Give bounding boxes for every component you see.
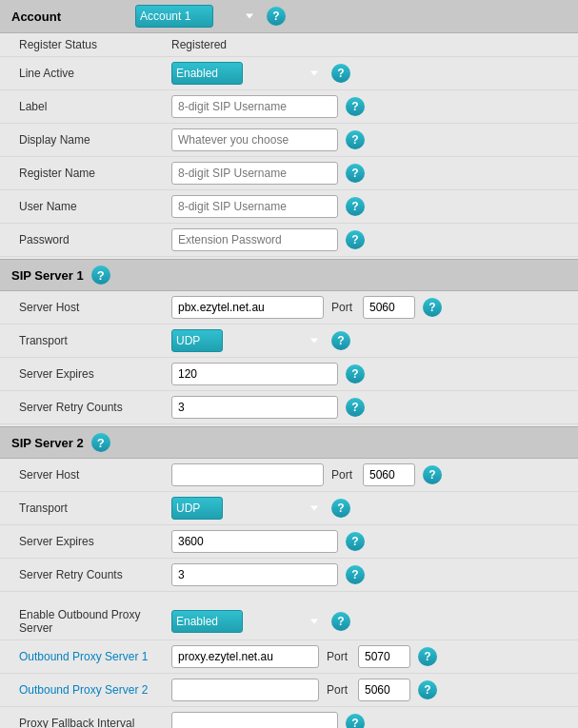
label-input[interactable] xyxy=(171,95,338,118)
account-select-wrapper[interactable]: Account 1 Account 2 Account 3 xyxy=(135,5,259,28)
sip1-expires-control: ? xyxy=(171,363,559,385)
fallback-label: Proxy Fallback Interval xyxy=(19,717,171,728)
sip2-expires-help-icon[interactable]: ? xyxy=(346,532,365,551)
password-control: ? xyxy=(171,228,559,251)
line-active-control: Enabled Disabled ? xyxy=(171,62,559,85)
proxy2-help-icon[interactable]: ? xyxy=(418,680,437,699)
sip1-server-host-row: Server Host Port ? xyxy=(0,291,578,325)
user-name-help-icon[interactable]: ? xyxy=(346,197,365,216)
enable-proxy-control: Enabled Disabled ? xyxy=(171,610,559,633)
sip2-server-host-row: Server Host Port ? xyxy=(0,459,578,492)
sip1-expires-row: Server Expires ? xyxy=(0,358,578,391)
proxy2-row: Outbound Proxy Server 2 Port ? xyxy=(0,674,578,707)
sip2-transport-help-icon[interactable]: ? xyxy=(331,499,350,518)
account-select[interactable]: Account 1 Account 2 Account 3 xyxy=(135,5,213,28)
proxy2-input[interactable] xyxy=(171,679,319,701)
sip2-server-host-help-icon[interactable]: ? xyxy=(423,465,442,484)
user-name-control: ? xyxy=(171,195,559,218)
proxy1-label: Outbound Proxy Server 1 xyxy=(19,650,171,663)
sip1-expires-input[interactable] xyxy=(171,363,338,385)
register-name-help-icon[interactable]: ? xyxy=(346,164,365,183)
fallback-row: Proxy Fallback Interval ? xyxy=(0,707,578,728)
line-active-help-icon[interactable]: ? xyxy=(331,64,350,83)
sip1-transport-help-icon[interactable]: ? xyxy=(331,331,350,350)
user-name-input[interactable] xyxy=(171,195,338,218)
user-name-label: User Name xyxy=(19,200,171,213)
sip1-port-input[interactable] xyxy=(363,296,415,319)
sip1-server-host-input[interactable] xyxy=(171,296,324,319)
sip2-transport-control: UDP TCP TLS ? xyxy=(171,497,559,520)
register-status-control: Registered xyxy=(171,38,559,51)
display-name-control: ? xyxy=(171,128,559,151)
user-name-row: User Name ? xyxy=(0,190,578,224)
spacer xyxy=(0,592,578,603)
sip2-expires-control: ? xyxy=(171,530,559,553)
sip1-help-icon[interactable]: ? xyxy=(91,266,110,285)
fallback-help-icon[interactable]: ? xyxy=(346,714,365,728)
register-name-input[interactable] xyxy=(171,162,338,185)
sip2-help-icon[interactable]: ? xyxy=(91,433,110,452)
line-active-label: Line Active xyxy=(19,67,171,80)
account-help-icon[interactable]: ? xyxy=(267,7,286,26)
sip1-title: SIP Server 1 xyxy=(11,268,84,283)
line-active-select-wrapper[interactable]: Enabled Disabled xyxy=(171,62,324,85)
sip2-port-input[interactable] xyxy=(363,463,415,486)
sip2-transport-select-wrapper[interactable]: UDP TCP TLS xyxy=(171,497,324,520)
label-control: ? xyxy=(171,95,559,118)
register-name-control: ? xyxy=(171,162,559,185)
proxy2-port-label: Port xyxy=(327,683,348,697)
enable-proxy-help-icon[interactable]: ? xyxy=(331,612,350,631)
sip2-retry-help-icon[interactable]: ? xyxy=(346,565,365,584)
display-name-label: Display Name xyxy=(19,133,171,147)
sip1-transport-control: UDP TCP TLS ? xyxy=(171,329,559,352)
display-name-input[interactable] xyxy=(171,128,338,151)
sip1-section-header: SIP Server 1 ? xyxy=(0,259,578,291)
password-help-icon[interactable]: ? xyxy=(346,230,365,249)
display-name-help-icon[interactable]: ? xyxy=(346,130,365,149)
register-status-label: Register Status xyxy=(19,38,171,51)
sip2-port-label: Port xyxy=(331,468,352,482)
fallback-input[interactable] xyxy=(171,712,338,728)
proxy2-port-input[interactable] xyxy=(358,679,410,701)
enable-proxy-select-wrapper[interactable]: Enabled Disabled xyxy=(171,610,324,633)
line-active-select[interactable]: Enabled Disabled xyxy=(171,62,243,85)
sip2-transport-select[interactable]: UDP TCP TLS xyxy=(171,497,223,520)
sip2-server-host-label: Server Host xyxy=(19,468,171,482)
register-name-row: Register Name ? xyxy=(0,157,578,190)
sip1-retry-control: ? xyxy=(171,396,559,419)
sip1-server-host-help-icon[interactable]: ? xyxy=(423,298,442,317)
proxy2-label: Outbound Proxy Server 2 xyxy=(19,683,171,697)
enable-proxy-label: Enable Outbound Proxy Server xyxy=(19,608,171,635)
proxy1-input[interactable] xyxy=(171,645,319,668)
proxy2-control: Port ? xyxy=(171,679,559,701)
register-status-row: Register Status Registered xyxy=(0,33,578,57)
sip2-retry-label: Server Retry Counts xyxy=(19,568,171,581)
register-name-label: Register Name xyxy=(19,167,171,180)
sip2-retry-input[interactable] xyxy=(171,563,338,586)
proxy1-row: Outbound Proxy Server 1 Port ? xyxy=(0,640,578,674)
proxy1-port-input[interactable] xyxy=(358,645,410,668)
sip1-transport-select[interactable]: UDP TCP TLS xyxy=(171,329,223,352)
sip2-server-host-input[interactable] xyxy=(171,463,324,486)
enable-proxy-select[interactable]: Enabled Disabled xyxy=(171,610,243,633)
proxy1-port-label: Port xyxy=(327,650,348,663)
sip1-retry-help-icon[interactable]: ? xyxy=(346,398,365,417)
fallback-control: ? xyxy=(171,712,559,728)
sip2-server-host-control: Port ? xyxy=(171,463,559,486)
sip2-title: SIP Server 2 xyxy=(11,436,84,450)
sip1-expires-help-icon[interactable]: ? xyxy=(346,364,365,384)
proxy1-help-icon[interactable]: ? xyxy=(418,647,437,666)
sip1-transport-label: Transport xyxy=(19,334,171,347)
password-row: Password ? xyxy=(0,224,578,257)
account-controls: Account 1 Account 2 Account 3 ? xyxy=(135,5,286,28)
password-input[interactable] xyxy=(171,228,338,251)
sip1-retry-input[interactable] xyxy=(171,396,338,419)
label-row: Label ? xyxy=(0,90,578,124)
sip2-expires-row: Server Expires ? xyxy=(0,525,578,559)
sip2-expires-input[interactable] xyxy=(171,530,338,553)
sip1-port-label: Port xyxy=(331,301,352,314)
sip2-transport-row: Transport UDP TCP TLS ? xyxy=(0,492,578,525)
sip1-transport-select-wrapper[interactable]: UDP TCP TLS xyxy=(171,329,324,352)
sip2-transport-label: Transport xyxy=(19,502,171,515)
label-help-icon[interactable]: ? xyxy=(346,97,365,116)
